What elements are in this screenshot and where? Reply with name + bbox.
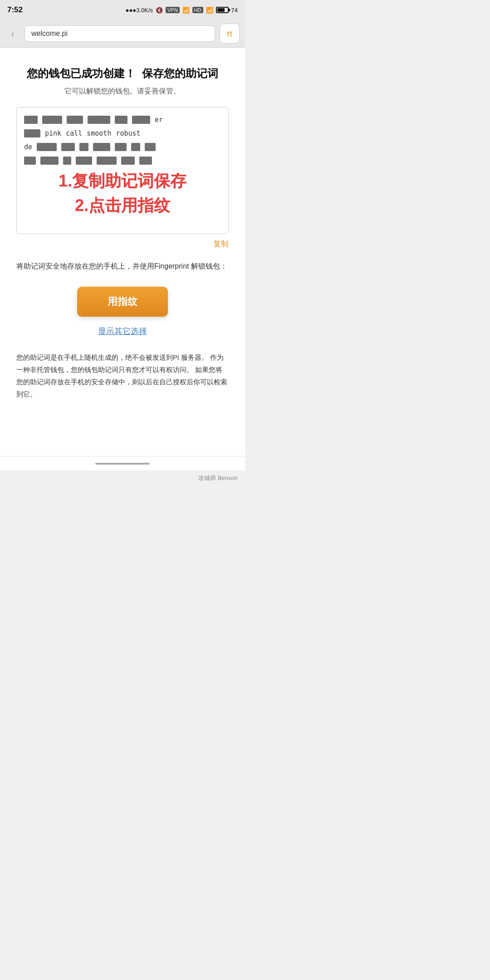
instruction-line-1: 1.复制助记词保存	[59, 169, 186, 193]
blurred-word	[24, 116, 38, 124]
mnemonic-row-1: er	[24, 116, 221, 124]
fingerprint-button[interactable]: 用指纹	[77, 287, 168, 317]
home-indicator	[95, 463, 150, 465]
mnemonic-row-3: de	[24, 143, 221, 151]
pi-symbol-icon: π	[226, 29, 233, 39]
watermark-text: 攻城师 Benson	[198, 475, 238, 481]
other-options-link[interactable]: 显示其它选择	[98, 327, 147, 336]
visible-word-pink: pink	[45, 129, 61, 137]
overlay-instructions: 1.复制助记词保存 2.点击用指纹	[17, 153, 228, 234]
visible-word-er: er	[155, 116, 163, 124]
blurred-word	[61, 143, 75, 151]
visible-word-robust: robust	[116, 129, 140, 137]
copy-link-container: 复制	[16, 239, 229, 249]
address-text: welcome.pi	[31, 29, 68, 38]
blurred-word	[145, 143, 156, 151]
watermark: 攻城师 Benson	[0, 470, 245, 484]
back-button[interactable]: ‹	[5, 26, 20, 41]
blurred-word	[42, 116, 62, 124]
status-bar: 7:52 ●●●3.0K/s 🔇 VPN 📶 HD 📶 74	[0, 0, 245, 20]
copy-link[interactable]: 复制	[213, 240, 229, 248]
browser-chrome: ‹ welcome.pi π	[0, 20, 245, 48]
privacy-notice: 您的助记词是在手机上随机生成的，绝不会被发送到Pi 服务器。 作为一种非托管钱包…	[16, 351, 229, 400]
hd-badge: HD	[192, 7, 203, 13]
signal-bars: 📶	[182, 7, 190, 14]
blurred-word	[115, 116, 127, 124]
blurred-word	[93, 143, 110, 151]
status-right: ●●●3.0K/s 🔇 VPN 📶 HD 📶 74	[126, 7, 238, 14]
signal-text: ●●●3.0K/s	[126, 7, 153, 14]
address-bar[interactable]: welcome.pi	[24, 25, 215, 42]
blurred-word	[37, 143, 57, 151]
mnemonic-row-2: pink call smooth robust	[24, 129, 221, 137]
blurred-word	[131, 143, 140, 151]
fingerprint-description: 将助记词安全地存放在您的手机上，并使用Fingerprint 解锁钱包：	[16, 260, 229, 272]
blurred-word	[115, 143, 127, 151]
mnemonic-box: er pink call smooth robust de	[16, 107, 229, 234]
visible-word-de: de	[24, 143, 32, 151]
signal-bars-2: 📶	[206, 7, 213, 14]
pi-logo-button[interactable]: π	[220, 24, 240, 44]
blurred-word	[24, 129, 40, 137]
back-arrow-icon: ‹	[11, 29, 15, 39]
mute-icon: 🔇	[156, 7, 163, 14]
battery-icon	[216, 7, 229, 13]
visible-word-call: call	[66, 129, 82, 137]
visible-word-smooth: smooth	[87, 129, 111, 137]
page-subtitle: 它可以解锁您的钱包。请妥善保管。	[16, 87, 229, 96]
blurred-word	[88, 116, 110, 124]
battery-percent: 74	[231, 7, 238, 14]
page-content: 您的钱包已成功创建！ 保存您的助记词 它可以解锁您的钱包。请妥善保管。 er p…	[0, 48, 245, 456]
instruction-line-2: 2.点击用指纹	[75, 193, 170, 218]
blurred-word	[67, 116, 83, 124]
page-title: 您的钱包已成功创建！ 保存您的助记词	[16, 66, 229, 81]
bottom-bar	[0, 456, 245, 470]
vpn-badge: VPN	[166, 7, 180, 13]
blurred-word	[132, 116, 150, 124]
blurred-word	[79, 143, 88, 151]
status-time: 7:52	[7, 5, 23, 15]
other-options-container: 显示其它选择	[16, 326, 229, 337]
